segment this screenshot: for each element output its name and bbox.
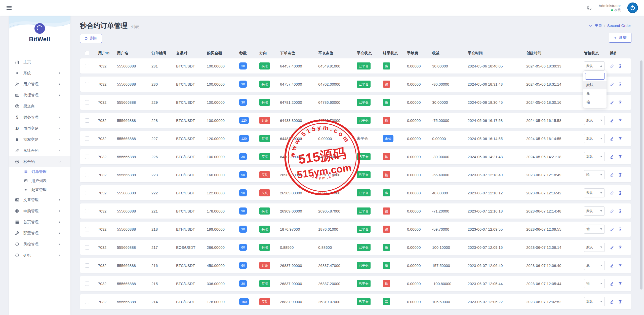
row-checkbox[interactable] (85, 263, 89, 268)
cell-actions (605, 167, 631, 182)
breadcrumb-current[interactable]: Second-Order (607, 23, 631, 28)
row-checkbox[interactable] (85, 173, 89, 177)
delete-button[interactable] (618, 245, 622, 250)
row-checkbox[interactable] (85, 100, 89, 104)
sidebar-item-13[interactable]: 配置管理 (9, 228, 70, 239)
edit-button[interactable] (610, 118, 614, 123)
edit-button[interactable] (610, 209, 614, 213)
result-badge: 赢 (383, 62, 390, 69)
delete-button[interactable] (618, 263, 622, 268)
sidebar-item-8[interactable]: 永续合约 (9, 145, 70, 156)
edit-button[interactable] (610, 281, 614, 286)
avatar[interactable] (627, 3, 638, 13)
delete-button[interactable] (618, 281, 622, 286)
row-checkbox[interactable] (85, 300, 89, 304)
sidebar-item-3[interactable]: 代理管理 (9, 90, 70, 101)
circle-icon (15, 242, 19, 247)
edit-button[interactable] (610, 263, 614, 268)
delete-button[interactable] (618, 209, 622, 213)
dropdown-search-input[interactable] (585, 73, 605, 80)
row-checkbox[interactable] (85, 82, 89, 86)
sidebar-item-5[interactable]: 财务管理 (9, 112, 70, 123)
row-checkbox[interactable] (85, 227, 89, 231)
sidebar-item-12[interactable]: 首页管理 (9, 217, 70, 228)
row-checkbox-cell (80, 77, 93, 92)
edit-button[interactable] (610, 64, 614, 68)
caret-down-icon (600, 156, 602, 157)
direction-badge: 买涨 (259, 99, 270, 106)
cell-direction: 买跌 (254, 185, 275, 200)
control-select[interactable]: 输 (584, 279, 605, 288)
row-checkbox[interactable] (85, 245, 89, 250)
control-select[interactable]: 默认 (584, 134, 605, 143)
edit-button[interactable] (610, 154, 614, 159)
delete-button[interactable] (618, 227, 622, 231)
edit-button[interactable] (610, 172, 614, 177)
sidebar-item-10[interactable]: 文章管理 (9, 194, 70, 205)
row-checkbox[interactable] (85, 64, 89, 68)
dark-mode-toggle[interactable] (586, 5, 592, 11)
dropdown-option[interactable]: 赢 (583, 89, 607, 98)
sidebar-item-11[interactable]: 申购管理 (9, 205, 70, 217)
control-select[interactable]: 赢 (584, 261, 605, 270)
sidebar-item-14[interactable]: 风控管理 (9, 239, 70, 250)
control-select[interactable]: 输 (584, 170, 605, 179)
sidebar-item-label: 秒合约 (23, 159, 58, 164)
sidebar-item-7[interactable]: 期权交易 (9, 134, 70, 145)
sidebar-item-0[interactable]: 主页 (9, 56, 70, 67)
delete-button[interactable] (618, 100, 622, 104)
control-select[interactable]: 默认 (584, 206, 605, 216)
sidebar-item-6[interactable]: 币币交易 (9, 123, 70, 134)
sidebar-item-4[interactable]: 渠道商 (9, 101, 70, 112)
row-checkbox[interactable] (85, 155, 89, 159)
control-select[interactable]: 默认 (584, 116, 605, 125)
control-select[interactable]: 输 (584, 225, 605, 234)
delete-button[interactable] (618, 82, 622, 86)
row-checkbox[interactable] (85, 191, 89, 195)
sidebar-item-9[interactable]: 秒合约 (9, 156, 70, 167)
sidebar-subitem-9-0[interactable]: 订单管理 (9, 167, 70, 176)
row-checkbox[interactable] (85, 282, 89, 286)
delete-button[interactable] (618, 154, 622, 159)
sidebar-subitem-9-1[interactable]: 用户列表 (9, 176, 70, 185)
delete-button[interactable] (618, 191, 622, 195)
control-select[interactable]: 默认 (584, 188, 605, 197)
delete-button[interactable] (618, 118, 622, 123)
delete-button[interactable] (618, 299, 622, 304)
control-select[interactable]: 默认 (584, 152, 605, 161)
edit-button[interactable] (610, 227, 614, 231)
delete-button[interactable] (618, 172, 622, 177)
control-select[interactable]: 默认 (584, 61, 605, 71)
edit-button[interactable] (610, 299, 614, 304)
scrollbar-thumb[interactable] (640, 60, 642, 290)
add-button[interactable]: 新增 (609, 33, 631, 43)
delete-button[interactable] (618, 136, 622, 141)
edit-button[interactable] (610, 191, 614, 195)
chevron-left-icon (58, 242, 61, 246)
control-select[interactable]: 默认 (584, 243, 605, 252)
control-select[interactable]: 默认 (584, 297, 605, 306)
breadcrumb-home[interactable]: 主页 (595, 23, 602, 28)
row-checkbox[interactable] (85, 209, 89, 213)
dropdown-option[interactable]: 默认 (583, 81, 607, 89)
cell-direction: 买跌 (254, 113, 275, 128)
delete-button[interactable] (618, 64, 622, 68)
sidebar-item-1[interactable]: 系统 (9, 67, 70, 79)
user-menu[interactable]: Administrator 在线 (599, 3, 621, 12)
cell-result: 赢 (378, 294, 402, 309)
edit-button[interactable] (610, 136, 614, 141)
row-checkbox[interactable] (85, 118, 89, 123)
row-checkbox[interactable] (85, 136, 89, 141)
sidebar-item-2[interactable]: 用户管理 (9, 79, 70, 90)
select-all-checkbox[interactable] (85, 51, 89, 55)
refresh-button[interactable]: 刷新 (80, 34, 102, 43)
dropdown-option[interactable]: 输 (583, 98, 607, 107)
menu-toggle-button[interactable] (6, 5, 12, 11)
sidebar-subitem-9-2[interactable]: 配置管理 (9, 185, 70, 194)
edit-button[interactable] (610, 245, 614, 250)
edit-button[interactable] (610, 100, 614, 104)
column-header: 方向 (254, 48, 275, 58)
close-status-badge: 已平仓 (357, 99, 371, 106)
sidebar-item-15[interactable]: 矿机 (9, 250, 70, 261)
edit-button[interactable] (610, 82, 614, 86)
